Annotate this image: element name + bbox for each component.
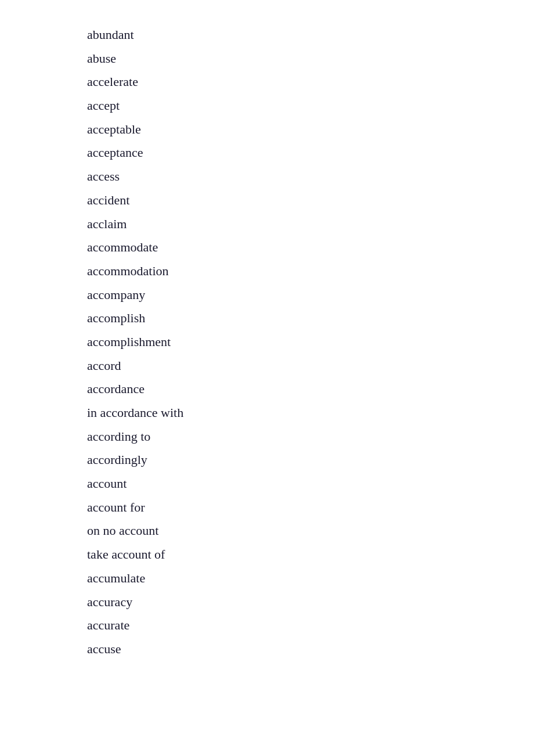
list-item: accommodation bbox=[87, 260, 534, 283]
list-item: take account of bbox=[87, 543, 534, 567]
list-item: acclaim bbox=[87, 213, 534, 236]
list-item: accurate bbox=[87, 614, 534, 638]
list-item: abundant bbox=[87, 23, 534, 47]
list-item: accompany bbox=[87, 283, 534, 307]
list-item: in accordance with bbox=[87, 401, 534, 425]
list-item: acceptance bbox=[87, 141, 534, 165]
list-item: accomplish bbox=[87, 307, 534, 330]
word-list: abundantabuseaccelerateacceptacceptablea… bbox=[0, 0, 534, 685]
list-item: account bbox=[87, 472, 534, 496]
list-item: abuse bbox=[87, 47, 534, 71]
list-item: accumulate bbox=[87, 567, 534, 591]
list-item: accordance bbox=[87, 377, 534, 401]
list-item: accommodate bbox=[87, 236, 534, 260]
list-item: according to bbox=[87, 425, 534, 449]
list-item: accuse bbox=[87, 638, 534, 661]
list-item: accord bbox=[87, 354, 534, 378]
list-item: accelerate bbox=[87, 70, 534, 94]
list-item: accept bbox=[87, 94, 534, 118]
list-item: accordingly bbox=[87, 448, 534, 472]
list-item: accident bbox=[87, 189, 534, 213]
list-item: accomplishment bbox=[87, 330, 534, 354]
list-item: accuracy bbox=[87, 591, 534, 614]
list-item: access bbox=[87, 165, 534, 189]
list-item: acceptable bbox=[87, 118, 534, 142]
list-item: account for bbox=[87, 496, 534, 520]
list-item: on no account bbox=[87, 519, 534, 543]
